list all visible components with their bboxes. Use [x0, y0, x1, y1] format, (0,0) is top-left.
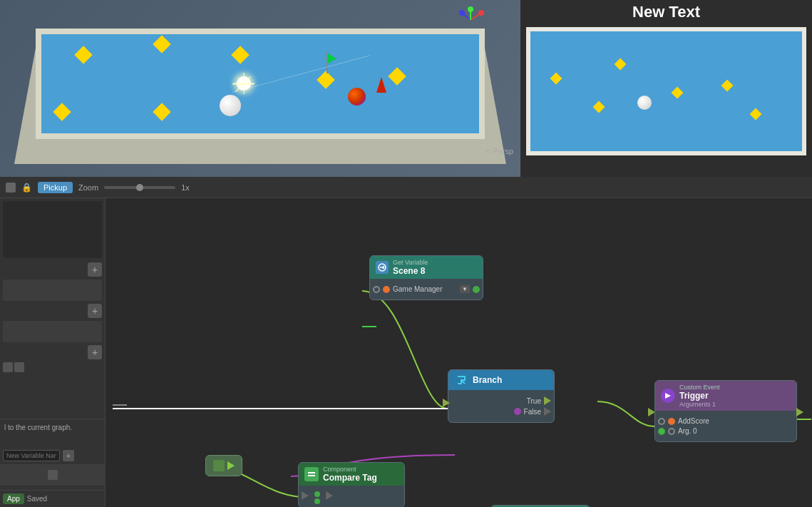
diamond-5: [53, 103, 71, 121]
svg-point-5: [468, 6, 473, 12]
diamond-7: [388, 67, 406, 85]
input-port[interactable]: [373, 286, 380, 293]
flag: [327, 52, 328, 73]
get-var-icon: [376, 261, 389, 274]
get-variable-node[interactable]: Get Variable Scene 8 Game Manager ▼: [369, 255, 483, 300]
false-label: False: [524, 408, 541, 416]
scene-gizmo: [456, 6, 485, 37]
arg0-input2[interactable]: [668, 428, 675, 435]
output-port[interactable]: [473, 286, 480, 293]
flow-port-out[interactable]: [314, 491, 320, 504]
flow-port-out2[interactable]: [326, 491, 333, 504]
mini-diamond-5: [721, 80, 734, 92]
event-flow-output[interactable]: [796, 408, 803, 416]
mini-diamond-3: [672, 87, 684, 99]
mini-ball: [637, 96, 652, 110]
game-view-title: New Text: [520, 0, 812, 24]
lock-icon[interactable]: 🔒: [21, 183, 32, 193]
svg-marker-13: [665, 393, 671, 399]
scene-view[interactable]: < Persp: [0, 0, 520, 177]
zoom-value: 1x: [181, 183, 190, 192]
get-variable-title: Scene 8: [393, 266, 428, 276]
game-manager-label: Game Manager: [393, 285, 442, 293]
pickup-tab[interactable]: Pickup: [38, 182, 73, 193]
mini-diamond-4: [593, 101, 605, 113]
current-graph-label: l to the current graph.: [3, 422, 103, 433]
arg0-port[interactable]: [658, 428, 665, 435]
diamond-1: [74, 46, 92, 63]
add-btn-1[interactable]: +: [88, 262, 102, 277]
branch-header: Branch: [448, 370, 554, 390]
left-panel: + + + l to the current graph. + App Save…: [0, 198, 106, 507]
ball: [220, 95, 241, 116]
get-variable-type: Get Variable: [393, 259, 428, 266]
mini-diamond-1: [550, 73, 562, 85]
add-score-type[interactable]: [668, 418, 675, 425]
arg0-label: Arg. 0: [678, 427, 697, 435]
game-manager-port-row: Game Manager ▼: [373, 285, 480, 293]
true-output[interactable]: [544, 396, 551, 405]
menu-icon[interactable]: [6, 183, 16, 193]
game-scene-preview: [526, 27, 806, 155]
svg-point-4: [459, 10, 465, 16]
false-input[interactable]: [514, 408, 521, 415]
custom-event-type: Custom Event: [679, 384, 720, 391]
svg-rect-15: [308, 475, 315, 476]
flow-port-in[interactable]: [302, 491, 309, 504]
node-editor: 🔒 Pickup Zoom 1x + + + l to the current …: [0, 177, 812, 507]
event-icon: [661, 389, 675, 403]
compare-icon: [304, 467, 319, 481]
app-btn[interactable]: App: [3, 493, 24, 504]
compare-tag-header: Component Compare Tag: [299, 463, 404, 486]
custom-event-title: Trigger: [679, 391, 720, 401]
add-score-row: AddScore: [658, 417, 793, 425]
diamond-6: [153, 103, 170, 121]
zoom-label: Zoom: [78, 183, 98, 192]
compare-tag-title: Compare Tag: [323, 473, 377, 483]
orb: [348, 88, 366, 106]
mini-diamond-2: [615, 58, 627, 71]
custom-event-header: Custom Event Trigger Arguments 1: [655, 381, 796, 411]
node-toolbar: 🔒 Pickup Zoom 1x: [0, 177, 812, 198]
persp-label: < Persp: [486, 147, 513, 155]
diamond-2: [153, 35, 170, 53]
add-btn-2[interactable]: +: [88, 304, 102, 318]
branch-icon: [454, 373, 468, 387]
custom-event-node[interactable]: Custom Event Trigger Arguments 1 AddScor: [654, 380, 797, 442]
flow-start: [113, 404, 127, 406]
small-box-icon2: [14, 362, 24, 372]
small-box-icon: [3, 362, 13, 372]
dropdown-indicator[interactable]: ▼: [460, 285, 470, 293]
branch-flow-input[interactable]: [443, 399, 450, 407]
diamond-4: [317, 71, 334, 88]
add-btn-3[interactable]: +: [88, 345, 102, 359]
get-variable-header: Get Variable Scene 8: [370, 256, 483, 279]
entry-icon: [213, 460, 225, 471]
compare-tag-node[interactable]: Component Compare Tag: [298, 462, 405, 507]
branch-title: Branch: [473, 375, 502, 385]
add-score-label: AddScore: [678, 417, 709, 425]
list-icon: [48, 470, 58, 480]
entry-node[interactable]: [205, 455, 242, 476]
branch-node[interactable]: Branch True False: [448, 369, 555, 423]
svg-rect-14: [308, 472, 315, 473]
branch-true-row: True: [451, 396, 551, 405]
arg0-row: Arg. 0: [658, 427, 793, 435]
game-view: New Text: [520, 0, 812, 177]
saved-label: Saved: [27, 495, 47, 503]
event-flow-input[interactable]: [648, 408, 655, 416]
true-label: True: [527, 397, 541, 405]
custom-event-args: Arguments 1: [679, 401, 720, 408]
diamond-3: [231, 46, 249, 63]
branch-false-row: False: [451, 407, 551, 416]
add-variable-btn[interactable]: +: [63, 450, 74, 461]
variable-name-input[interactable]: [3, 450, 60, 461]
compare-tag-type: Component: [323, 466, 377, 473]
false-output[interactable]: [544, 407, 551, 416]
add-score-input[interactable]: [658, 418, 665, 425]
svg-point-3: [478, 10, 484, 16]
node-canvas[interactable]: Get Variable Scene 8 Game Manager ▼: [106, 198, 812, 507]
mini-diamond-6: [750, 108, 762, 121]
entry-output[interactable]: [227, 461, 235, 470]
type-port[interactable]: [383, 286, 390, 293]
